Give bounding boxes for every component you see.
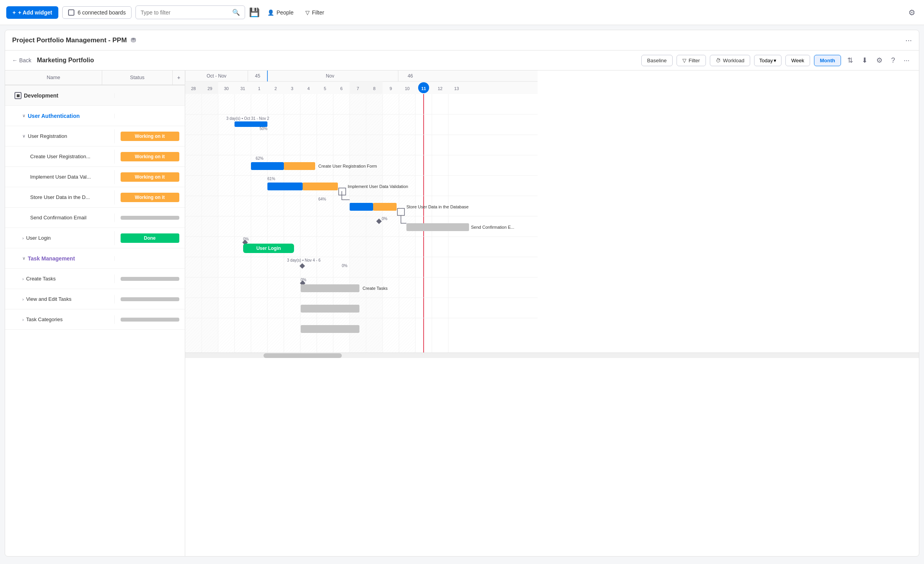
settings-sliders-button[interactable]: ⚙ xyxy=(874,54,885,66)
left-panel-header: Name Status + xyxy=(5,70,185,85)
create-user-reg-label: Create User Registration... xyxy=(30,154,90,159)
row-name-development: ▦ Development xyxy=(5,89,114,102)
day-1: 1 xyxy=(258,86,260,91)
more-options-button[interactable]: ··· xyxy=(901,55,912,66)
row-development: ▦ Development xyxy=(5,85,185,106)
row-name-view-edit-tasks: › View and Edit Tasks xyxy=(5,293,114,305)
day-7: 7 xyxy=(357,86,359,91)
row-name-task-mgmt: ∨ Task Management xyxy=(5,252,114,265)
create-reg-right-label: Create User Registration Form xyxy=(318,164,377,168)
horizontal-scrollbar[interactable] xyxy=(185,352,919,358)
settings-button[interactable]: ⚙ xyxy=(906,5,918,20)
today-button[interactable]: Today ▾ xyxy=(754,55,781,66)
send-confirm-label: Send Confirmation Email xyxy=(30,215,87,221)
week-button[interactable]: Week xyxy=(785,55,810,66)
row-status-task-categories xyxy=(114,315,185,324)
status-badge-task-categories xyxy=(121,318,179,322)
month-nov: Nov xyxy=(326,73,334,79)
widget-title: Project Portfolio Management - PPM xyxy=(12,36,127,44)
store-bar-blue xyxy=(350,203,373,211)
gear-icon: ⚙ xyxy=(908,8,915,17)
status-badge-implement: Working on it xyxy=(121,172,179,182)
gantt-area: Name Status + ▦ Development ∨ User Authe… xyxy=(5,70,919,556)
back-button[interactable]: ← Back xyxy=(12,57,31,63)
status-badge-user-reg: Working on it xyxy=(121,132,179,141)
chevron-right-icon4[interactable]: › xyxy=(22,317,24,322)
baseline-label: Baseline xyxy=(647,58,667,63)
user-auth-percent: 50% xyxy=(260,127,267,131)
day-31: 31 xyxy=(240,86,245,91)
day-4: 4 xyxy=(307,86,310,91)
baseline-button[interactable]: Baseline xyxy=(641,55,673,66)
chevron-icon[interactable]: ∨ xyxy=(22,113,25,118)
help-button[interactable]: ? xyxy=(889,55,897,66)
week-label: Week xyxy=(791,58,804,63)
widget-more-button[interactable]: ··· xyxy=(905,36,912,45)
status-badge-create-tasks xyxy=(121,277,179,281)
row-status-user-reg: Working on it xyxy=(114,129,185,143)
row-user-reg: ∨ User Registration Working on it xyxy=(5,126,185,146)
row-name-create-tasks: › Create Tasks xyxy=(5,273,114,285)
top-bar: + + Add widget 6 connected boards 🔍 💾 👤 … xyxy=(0,0,924,25)
boards-icon xyxy=(68,9,74,16)
filter-button[interactable]: ▽ Filter xyxy=(301,7,328,18)
gantt-filter-button[interactable]: ▽ Filter xyxy=(677,55,706,66)
add-widget-button[interactable]: + + Add widget xyxy=(6,6,58,19)
row-create-user-reg: Create User Registration... Working on i… xyxy=(5,146,185,167)
user-login-bar-label: User Login xyxy=(256,246,281,251)
user-reg-label: User Registration xyxy=(28,133,67,139)
chevron-icon[interactable]: ∨ xyxy=(22,134,25,139)
create-reg-bar-orange xyxy=(284,162,315,170)
task-categories-bar xyxy=(301,325,359,333)
people-icon: 👤 xyxy=(267,9,274,16)
save-button[interactable]: 💾 xyxy=(249,7,260,18)
workload-icon: ⏱ xyxy=(716,58,721,63)
day-3: 3 xyxy=(291,86,293,91)
day-30: 30 xyxy=(224,86,229,91)
gantt-svg: Oct - Nov 45 Nov 46 28 29 30 xyxy=(185,70,538,352)
row-status-create-tasks xyxy=(114,275,185,283)
row-status-implement: Working on it xyxy=(114,170,185,184)
chevron-right-icon2[interactable]: › xyxy=(22,277,24,281)
sort-icon-button[interactable]: ⇅ xyxy=(845,54,855,66)
send-confirm-right-label: Send Confirmation E... xyxy=(471,225,514,230)
task-categories-label: Task Categories xyxy=(26,316,63,322)
row-name-user-reg: ∨ User Registration xyxy=(5,130,114,142)
people-button[interactable]: 👤 People xyxy=(263,7,298,18)
dev-label: Development xyxy=(24,92,58,99)
row-name-task-categories: › Task Categories xyxy=(5,313,114,325)
month-oct-nov: Oct - Nov xyxy=(207,73,227,79)
create-tasks-right-label: Create Tasks xyxy=(363,286,388,291)
download-button[interactable]: ⬇ xyxy=(859,54,870,66)
plus-icon: + xyxy=(13,9,16,16)
day-12: 12 xyxy=(438,86,442,91)
today-label: Today xyxy=(759,58,773,63)
search-input[interactable] xyxy=(141,9,229,16)
week-46: 46 xyxy=(408,73,413,79)
status-badge-send-confirm xyxy=(121,216,179,220)
day-28: 28 xyxy=(191,86,196,91)
store-percent: 64% xyxy=(318,197,326,201)
view-edit-bar xyxy=(301,305,359,313)
connected-boards-button[interactable]: 6 connected boards xyxy=(62,6,132,19)
gantt-filter-icon: ▽ xyxy=(682,58,686,63)
status-badge-view-edit-tasks xyxy=(121,297,179,301)
month-button[interactable]: Month xyxy=(814,55,841,66)
chevron-right-icon[interactable]: › xyxy=(22,236,24,240)
filter-label: Filter xyxy=(689,58,700,63)
row-name-send-confirm: Send Confirmation Email xyxy=(5,212,114,224)
back-label: Back xyxy=(19,57,31,63)
left-panel: Name Status + ▦ Development ∨ User Authe… xyxy=(5,70,185,556)
search-box: 🔍 xyxy=(135,5,245,19)
send-confirm-percent-label: 0% xyxy=(382,217,388,221)
chevron-down-icon[interactable]: ∨ xyxy=(22,256,25,261)
widget-filter-icon[interactable]: ⛃ xyxy=(131,36,136,44)
widget-header: Project Portfolio Management - PPM ⛃ ··· xyxy=(5,30,919,51)
add-column-button[interactable]: + xyxy=(172,70,185,85)
workload-button[interactable]: ⏱ Workload xyxy=(710,55,751,66)
row-user-auth: ∨ User Authentication xyxy=(5,106,185,126)
search-icon: 🔍 xyxy=(232,9,240,16)
chevron-right-icon3[interactable]: › xyxy=(22,297,24,302)
user-auth-bar-label: 3 day(s) • Oct 31 - Nov 2 xyxy=(226,116,269,121)
implement-right-label: Implement User Data Validation xyxy=(348,184,408,189)
